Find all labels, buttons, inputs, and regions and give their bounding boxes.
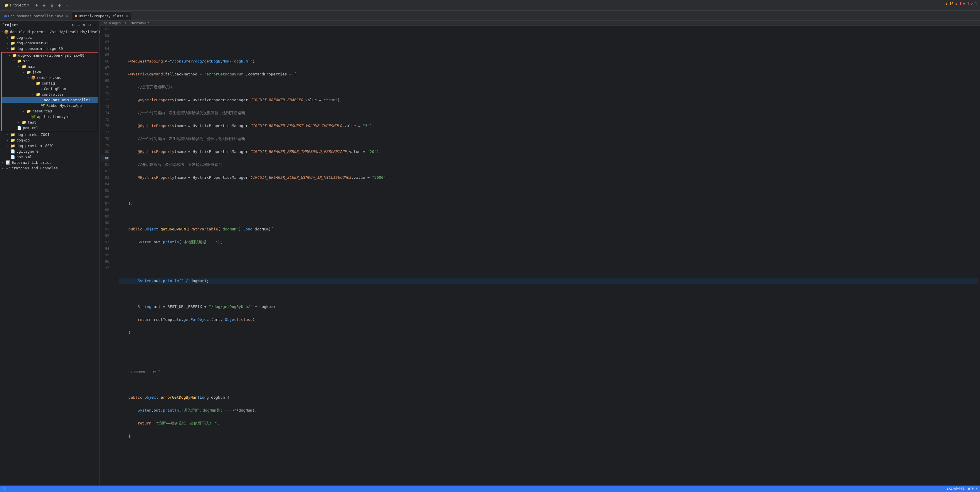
sort-icon[interactable]: ⇅ xyxy=(48,2,56,9)
branch-label: 🌐 xyxy=(2,487,6,491)
sidebar-item-ribbon-hystrix[interactable]: ▾ 📁 dog-consumer-ribbon-hystrix-80 xyxy=(2,53,98,58)
code-line-90: System.out.println("进入熔断，dogNum是: ===>"+… xyxy=(119,407,978,414)
sidebar-item-dog-api[interactable]: ▸ 📁 dog-api xyxy=(0,35,100,40)
code-line-84: } xyxy=(119,330,978,336)
tab-hystrix-property[interactable]: HystrixProperty.class ✕ xyxy=(72,11,131,20)
settings-icon[interactable]: ⚙ xyxy=(56,2,63,9)
item-label: dog-provider-8001 xyxy=(16,143,100,148)
sidebar-item-config[interactable]: ▾ 📁 config xyxy=(2,80,98,86)
tree-root[interactable]: ▾ 📦 dog-cloud-parent ~/study/ideaStudy/i… xyxy=(0,29,100,35)
line-numbers: 6162636465 6667686970 7172737475 7677787… xyxy=(100,26,111,486)
folder-icon: 📁 xyxy=(11,132,15,137)
item-label: RibbonHystrixApp xyxy=(46,103,98,108)
expand-arrow: ▾ xyxy=(26,76,30,79)
code-line-80: System.out.println(2 / dogNum); xyxy=(119,278,978,284)
item-label: dog-consumer-80 xyxy=(16,41,100,45)
expand-arrow: ▾ xyxy=(31,93,35,96)
main-layout: Project ⊕ ≡ ⇅ ⚙ — ▾ 📦 dog-cloud-parent ~… xyxy=(0,21,980,486)
sidebar-item-java[interactable]: ▾ 📁 java xyxy=(2,69,98,75)
folder-icon: 📁 xyxy=(36,81,40,86)
sidebar-sync-icon[interactable]: ⊕ xyxy=(72,22,75,27)
folder-icon: 📁 xyxy=(11,46,15,51)
code-line-93 xyxy=(119,446,978,452)
expand-arrow: ▸ xyxy=(6,144,10,147)
code-line-64: @HystrixCommand(fallbackMethod = "errorG… xyxy=(119,71,978,78)
list-icon[interactable]: ≡ xyxy=(41,2,48,9)
check-count[interactable]: ✓ 1 xyxy=(971,2,977,6)
tab-close-icon[interactable]: ✕ xyxy=(126,14,128,18)
tab-dog-consumer-controller[interactable]: DogConsumerController.java ✕ xyxy=(1,11,71,20)
code-line-88 xyxy=(119,381,978,388)
yaml-icon: 🌿 xyxy=(31,115,36,119)
editor-status-bar: no usages ↑ liuersusu * xyxy=(100,21,980,26)
sidebar-item-pom-inner[interactable]: ▸ 📄 pom.xml xyxy=(2,125,98,131)
sidebar-item-ribbon-app[interactable]: ▸ 🌱 RibbonHystrixApp xyxy=(2,103,98,108)
expand-arrow: ▾ xyxy=(1,30,3,33)
red-border-group: ▾ 📁 dog-consumer-ribbon-hystrix-80 ▾ 📁 s… xyxy=(1,52,99,131)
xml-icon: 📄 xyxy=(17,126,22,130)
item-label: config xyxy=(42,81,98,86)
expand-arrow: ▾ xyxy=(31,81,35,85)
sidebar-item-configbean[interactable]: ▸ ☕ ConfigBean xyxy=(2,86,98,92)
code-line-75 xyxy=(119,213,978,220)
expand-arrow: ▸ xyxy=(6,41,10,45)
item-label: .gitignore xyxy=(16,149,100,153)
sidebar-item-src[interactable]: ▾ 📁 src xyxy=(2,58,98,64)
sidebar-item-pom-root[interactable]: ▸ 📄 pom.xml xyxy=(0,154,100,160)
code-line-76: public Object getDogByNum(@PathVariable(… xyxy=(119,226,978,232)
sidebar-item-external-libs[interactable]: ▸ 📊 External Libraries xyxy=(0,160,100,165)
sidebar-item-controller[interactable]: ▾ 📁 controller xyxy=(2,92,98,97)
sidebar-minimize-icon[interactable]: — xyxy=(93,22,97,27)
flag-count[interactable]: ⚑ 1 xyxy=(963,2,969,6)
sidebar-item-eureka[interactable]: ▸ 📁 dog-eureka-7001 xyxy=(0,132,100,137)
sidebar-sort-icon[interactable]: ⇅ xyxy=(82,22,86,27)
sidebar-item-application-yml[interactable]: ▸ 🌿 application.yml xyxy=(2,114,98,119)
item-label: pom.xml xyxy=(23,126,98,130)
error-count[interactable]: ▲ 1 xyxy=(955,2,961,6)
warning-count[interactable]: ▲ 10 xyxy=(945,2,954,6)
expand-arrow: ▸ xyxy=(6,36,10,39)
sidebar-item-main[interactable]: ▾ 📁 main xyxy=(2,64,98,69)
sidebar-item-resources[interactable]: ▾ 📁 resources xyxy=(2,108,98,114)
item-label: dog-consumer-feign-80 xyxy=(16,46,100,51)
minimize-icon[interactable]: — xyxy=(64,2,71,9)
code-content[interactable]: @RequestMapping(⊙~"/consumer/dog/getDogB… xyxy=(117,26,980,486)
code-area[interactable]: 6162636465 6667686970 7172737475 7677787… xyxy=(100,26,980,486)
sidebar-settings-icon[interactable]: ⚙ xyxy=(88,22,92,27)
sidebar-item-package[interactable]: ▾ 📦 com.liu.susu xyxy=(2,75,98,80)
sidebar-item-dog-consumer-controller[interactable]: ▸ ☕ DogConsumerController xyxy=(2,97,98,103)
tab-close-icon[interactable]: ✕ xyxy=(66,14,68,18)
code-line-85 xyxy=(119,342,978,349)
java-folder-icon: 📁 xyxy=(26,70,31,74)
bottom-right-info: CSCN企业版 xyxy=(947,487,964,491)
bottom-status-bar: 🌐 CSCN企业版 UTF-8 xyxy=(0,486,980,492)
folder-icon: 📁 xyxy=(11,138,15,142)
code-line-91: return "熔断——服务器忙，请稍后再试！ "; xyxy=(119,420,978,427)
folder-icon: 📁 xyxy=(11,41,15,45)
folder-icon: 📁 xyxy=(4,3,9,7)
java-file-icon: ☕ xyxy=(40,87,43,91)
folder-icon: 📁 xyxy=(22,120,26,124)
item-label: External Libraries xyxy=(12,160,100,165)
sync-icon[interactable]: ⊕ xyxy=(33,2,40,9)
sidebar-item-test[interactable]: ▸ 📁 test xyxy=(2,119,98,125)
sidebar-item-dog-consumer-feign[interactable]: ▸ 📁 dog-consumer-feign-80 xyxy=(0,46,100,51)
git-icon: 📄 xyxy=(11,149,15,153)
item-label: java xyxy=(32,70,98,74)
code-line-67: //一个时间窗内，发生远程访问错误的次数阈值，达到开启熔断 xyxy=(119,110,978,116)
code-line-65: //是否开启熔断机制 xyxy=(119,84,978,91)
sidebar-item-dog-consumer-80[interactable]: ▸ 📁 dog-consumer-80 xyxy=(0,40,100,46)
code-line-79 xyxy=(119,265,978,271)
sidebar-item-scratches[interactable]: ▸ ✏️ Scratches and Consoles xyxy=(0,165,100,171)
no-usages-label: no usages xyxy=(103,21,121,25)
sidebar-item-dog-provider[interactable]: ▸ 📁 dog-provider-8001 xyxy=(0,143,100,148)
sidebar-collapse-icon[interactable]: ≡ xyxy=(76,22,81,27)
expand-arrow: ▾ xyxy=(8,54,11,57)
toolbar-icons: ⊕ ≡ ⇅ ⚙ — xyxy=(33,2,71,9)
folder-icon: 📁 xyxy=(11,143,15,148)
sidebar-item-dog-po[interactable]: ▸ 📁 dog-po xyxy=(0,137,100,143)
code-line-86 xyxy=(119,355,978,361)
code-line-89: public Object errorGetDogByNum(Long dogN… xyxy=(119,394,978,401)
sidebar-item-gitignore[interactable]: ▸ 📄 .gitignore xyxy=(0,148,100,154)
project-menu[interactable]: 📁 Project ▼ xyxy=(2,2,31,8)
